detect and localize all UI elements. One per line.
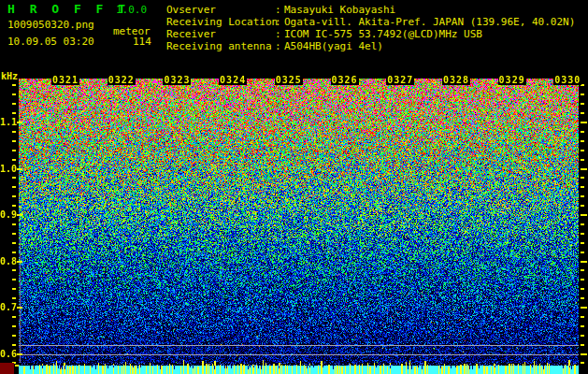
minor-tick — [12, 195, 16, 197]
minor-tick-right — [581, 335, 584, 337]
major-tick — [17, 261, 22, 263]
time-label: 0323 — [163, 76, 191, 85]
minor-tick-right — [581, 233, 584, 235]
major-tick — [17, 214, 22, 216]
major-tick — [17, 168, 22, 170]
major-tick — [17, 353, 22, 355]
major-tick — [17, 122, 22, 123]
frequency-tick-label: 0.6 — [0, 350, 16, 359]
corner-block — [0, 363, 14, 374]
hrofft-screenshot: H R O F F T 1.0.0 1009050320.png meteor … — [0, 0, 588, 374]
app-version: 1.0.0 — [116, 4, 147, 16]
info-value: A504HB(yagi 4el) — [284, 40, 383, 52]
minor-tick — [12, 103, 16, 105]
minor-tick-right — [581, 186, 584, 188]
minor-tick-right — [581, 279, 584, 280]
frequency-tick-label: 0.8 — [0, 257, 16, 266]
time-label: 0327 — [386, 76, 414, 85]
station-info-block: Ovserver:Masayuki KobayashiReceiving Loc… — [166, 4, 587, 52]
info-value: Masayuki Kobayashi — [284, 4, 395, 16]
app-title: H R O F F T — [7, 2, 129, 16]
time-label: 0328 — [442, 76, 470, 85]
frequency-tick-label: 1.1 — [0, 118, 16, 127]
frequency-tick-label: 1.0 — [0, 165, 16, 174]
info-label: Receiver — [166, 28, 275, 40]
frequency-axis-unit: kHz — [1, 71, 18, 81]
minor-tick — [12, 150, 16, 151]
minor-tick-right — [581, 325, 584, 327]
minor-tick — [12, 242, 16, 244]
info-row: Receiving antenna:A504HB(yagi 4el) — [166, 40, 587, 52]
minor-tick-right — [581, 205, 584, 207]
minor-tick — [12, 84, 16, 86]
minor-tick — [12, 279, 16, 280]
frequency-tick-label: 0.7 — [0, 303, 16, 312]
minor-tick-right — [581, 269, 584, 271]
minor-tick-right — [581, 344, 584, 346]
info-label: Receiving Location — [166, 16, 275, 28]
minor-tick-right — [581, 140, 584, 142]
minor-tick-right — [581, 94, 584, 95]
minor-tick — [12, 186, 16, 188]
minor-tick-right — [581, 297, 584, 299]
major-tick-right — [581, 214, 587, 216]
minor-tick — [12, 94, 16, 95]
major-tick-right — [581, 307, 587, 309]
major-tick-right — [581, 122, 587, 123]
time-label: 0330 — [553, 76, 581, 85]
minor-tick-right — [581, 177, 584, 179]
minor-tick-right — [581, 252, 584, 253]
info-row: Receiving Location:Ogata-vill. Akita-Pre… — [166, 16, 587, 28]
minor-tick-right — [581, 288, 584, 290]
minor-tick — [12, 177, 16, 179]
info-value: Ogata-vill. Akita-Pref. JAPAN (139.96E, … — [284, 16, 575, 28]
time-label: 0326 — [331, 76, 359, 85]
frequency-tick-label: 0.9 — [0, 210, 16, 220]
echo-count: 114 — [133, 36, 151, 47]
output-filename: 1009050320.png — [7, 20, 94, 30]
major-tick-right — [581, 261, 587, 263]
minor-tick-right — [581, 242, 584, 244]
minor-tick — [12, 205, 16, 207]
time-label: 0324 — [219, 76, 247, 85]
minor-tick-right — [581, 159, 584, 161]
major-tick-right — [581, 168, 587, 170]
minor-tick-right — [581, 103, 584, 105]
info-label: Receiving antenna — [166, 40, 275, 52]
minor-tick-right — [581, 112, 584, 114]
info-row: Receiver:ICOM IC-575 53.7492(@LCD)MHz US… — [166, 28, 587, 40]
minor-tick — [12, 140, 16, 142]
minor-tick — [12, 344, 16, 346]
info-colon-separator: : — [275, 16, 284, 28]
major-tick-right — [581, 353, 587, 355]
minor-tick — [12, 325, 16, 327]
time-label: 0321 — [51, 76, 79, 85]
minor-tick-right — [581, 195, 584, 197]
info-label: Ovserver — [166, 4, 275, 16]
minor-tick-right — [581, 150, 584, 151]
minor-tick — [12, 131, 16, 133]
info-colon-separator: : — [275, 28, 284, 40]
info-row: Ovserver:Masayuki Kobayashi — [166, 4, 587, 16]
minor-tick — [12, 297, 16, 299]
datetime-label: 10.09.05 03:20 — [7, 36, 94, 47]
minor-tick — [12, 269, 16, 271]
minor-tick-right — [581, 131, 584, 133]
minor-tick — [12, 288, 16, 290]
info-colon-separator: : — [275, 40, 284, 52]
time-label: 0322 — [108, 76, 136, 85]
minor-tick — [12, 233, 16, 235]
minor-tick — [12, 335, 16, 337]
info-value: ICOM IC-575 53.7492(@LCD)MHz USB — [284, 28, 482, 40]
minor-tick-right — [581, 223, 584, 225]
minor-tick-right — [581, 362, 584, 364]
corner-tick — [15, 365, 19, 367]
minor-tick — [12, 159, 16, 161]
minor-tick — [12, 252, 16, 253]
info-colon-separator: : — [275, 4, 284, 16]
minor-tick — [12, 316, 16, 318]
minor-tick — [12, 223, 16, 225]
spectrogram-canvas — [19, 79, 579, 374]
major-tick — [17, 307, 22, 309]
time-label: 0325 — [275, 76, 303, 85]
